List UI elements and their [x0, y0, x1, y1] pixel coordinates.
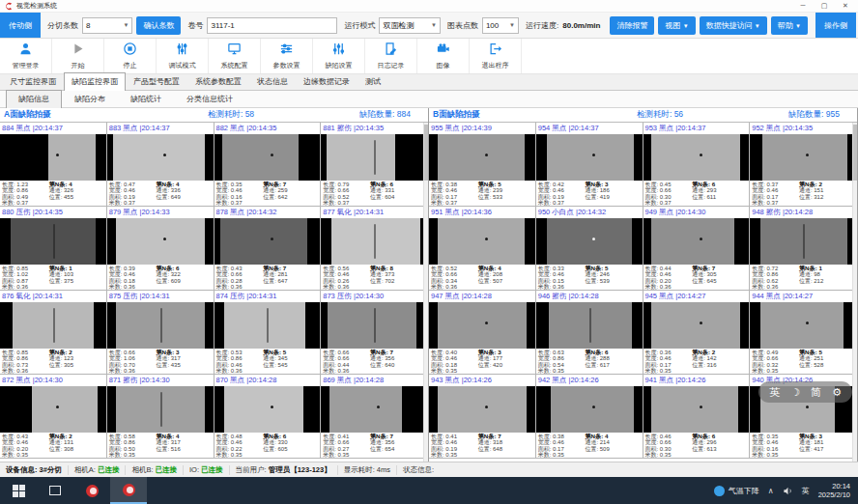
roll-number-input[interactable] — [207, 17, 337, 34]
toolbar-user-button[interactable]: 管理登录 — [0, 39, 52, 73]
defect-cell[interactable]: 949 黑点 |20:14:30长度: 0.44宽度: 0.46面积: 0.20… — [644, 207, 751, 291]
defect-cell[interactable]: 875 压伤 |20:14:31长度: 0.66宽度: 1.06面积: 0.70… — [107, 291, 214, 375]
defect-image[interactable] — [214, 218, 321, 265]
toolbar-exit-button[interactable]: 退出程序 — [470, 39, 522, 73]
tray-chevron-icon[interactable]: ∧ — [768, 487, 774, 495]
taskbar-clock[interactable]: 20:142025/2/10 — [818, 482, 850, 499]
defect-image[interactable] — [644, 218, 750, 265]
sub-tab-0[interactable]: 缺陷信息 — [6, 90, 62, 108]
defect-cell[interactable]: 953 黑点 |20:14:37长度: 0.45宽度: 0.66面积: 0.30… — [644, 123, 751, 207]
defect-cell[interactable]: 942 黑点 |20:14:26长度: 0.38宽度: 0.46面积: 0.17… — [536, 375, 644, 459]
defect-image[interactable] — [750, 302, 856, 349]
main-tab-6[interactable]: 测试 — [358, 72, 388, 90]
toolbar-camera-button[interactable]: 图像 — [417, 39, 470, 73]
sub-tab-3[interactable]: 分类信息统计 — [174, 90, 245, 107]
defect-image[interactable] — [429, 386, 535, 433]
defect-image[interactable] — [536, 134, 643, 181]
task-view-button[interactable] — [37, 477, 73, 504]
defect-image[interactable] — [0, 302, 106, 349]
language-indicator[interactable]: 英 — [802, 486, 810, 496]
toolbar-defect-button[interactable]: 缺陷设置 — [313, 39, 365, 73]
run-mode-select[interactable]: 双面检测▼ — [379, 17, 441, 34]
active-app-button[interactable] — [110, 477, 147, 504]
slit-count-select[interactable]: 8▼ — [82, 17, 132, 34]
defect-image[interactable] — [536, 218, 643, 265]
defect-cell[interactable]: 881 擦伤 |20:14:35长度: 0.79宽度: 0.66面积: 0.52… — [321, 123, 428, 207]
defect-image[interactable] — [321, 134, 427, 181]
defect-image[interactable] — [0, 134, 106, 181]
defect-cell[interactable]: 945 黑点 |20:14:27长度: 0.36宽度: 0.46面积: 0.17… — [644, 291, 751, 375]
main-tab-4[interactable]: 状态信息 — [249, 72, 296, 90]
defect-image[interactable] — [321, 218, 427, 265]
defect-image[interactable] — [429, 134, 535, 181]
defect-cell[interactable]: 954 黑点 |20:14:37长度: 0.42宽度: 0.46面积: 0.19… — [536, 123, 644, 207]
defect-image[interactable] — [321, 302, 427, 349]
defect-cell[interactable]: 874 压伤 |20:14:31长度: 0.53宽度: 0.86面积: 0.46… — [214, 291, 322, 375]
main-tab-2[interactable]: 产品型号配置 — [126, 72, 187, 90]
defect-image[interactable] — [644, 386, 750, 433]
confirm-count-button[interactable]: 确认条数 — [136, 16, 181, 35]
defect-image[interactable] — [0, 386, 106, 433]
scrollbar-thumb[interactable] — [853, 125, 857, 181]
defect-cell[interactable]: 955 黑点 |20:14:39长度: 0.38宽度: 0.46面积: 0.17… — [429, 123, 536, 207]
defect-image[interactable] — [644, 134, 750, 181]
defect-cell[interactable]: 948 擦伤 |20:14:28长度: 0.72宽度: 0.86面积: 0.62… — [750, 207, 857, 291]
defect-image[interactable] — [536, 302, 643, 349]
defect-cell[interactable]: 944 黑点 |20:14:27长度: 0.49宽度: 0.66面积: 0.32… — [750, 291, 857, 375]
panel-a-scrollbar[interactable] — [423, 123, 428, 462]
sub-tab-1[interactable]: 缺陷分布 — [62, 90, 118, 107]
defect-cell[interactable]: 943 黑点 |20:14:26长度: 0.41宽度: 0.46面积: 0.19… — [429, 375, 536, 459]
toolbar-debug-button[interactable]: 调试模式 — [157, 39, 209, 73]
clear-alarm-button[interactable]: 清除报警 — [610, 16, 654, 35]
defect-cell[interactable]: 951 黑点 |20:14:36长度: 0.52宽度: 0.66面积: 0.34… — [429, 207, 536, 291]
main-tab-3[interactable]: 系统参数配置 — [187, 72, 249, 90]
defect-cell[interactable]: 878 黑点 |20:14:32长度: 0.43宽度: 0.66面积: 0.28… — [214, 207, 322, 291]
toolbar-log-button[interactable]: 日志记录 — [365, 39, 417, 73]
defect-cell[interactable]: 880 压伤 |20:14:35长度: 0.85宽度: 1.02面积: 0.87… — [0, 207, 107, 291]
defect-image[interactable] — [214, 386, 321, 433]
defect-cell[interactable]: 873 压伤 |20:14:30长度: 0.66宽度: 0.66面积: 0.44… — [321, 291, 428, 375]
defect-cell[interactable]: 946 擦伤 |20:14:28长度: 0.63宽度: 0.86面积: 0.54… — [536, 291, 644, 375]
scrollbar-thumb[interactable] — [424, 125, 428, 181]
defect-cell[interactable]: 870 黑点 |20:14:28长度: 0.48宽度: 0.46面积: 0.22… — [214, 375, 322, 459]
data-quick-access-button[interactable]: 数据快捷访问 ▼ — [700, 16, 767, 35]
toolbar-play-button[interactable]: 开始 — [52, 39, 104, 73]
help-menu-button[interactable]: 帮助 ▼ — [771, 16, 808, 35]
defect-cell[interactable]: 947 黑点 |20:14:28长度: 0.40宽度: 0.46面积: 0.18… — [429, 291, 536, 375]
main-tab-0[interactable]: 尺寸监控界面 — [2, 72, 64, 90]
defect-image[interactable] — [214, 134, 321, 181]
defect-image[interactable] — [107, 218, 214, 265]
defect-cell[interactable]: 877 氧化 |20:14:31长度: 0.56宽度: 0.46面积: 0.26… — [321, 207, 428, 291]
defect-image[interactable] — [536, 386, 643, 433]
defect-cell[interactable]: 884 黑点 |20:14:37长度: 1.23宽度: 0.86面积: 0.49… — [0, 123, 107, 207]
close-button[interactable]: ✕ — [835, 0, 856, 12]
defect-image[interactable] — [107, 302, 214, 349]
defect-image[interactable] — [429, 302, 535, 349]
defect-cell[interactable]: 950 小白点 |20:14:32长度: 0.33宽度: 0.46面积: 0.1… — [536, 207, 644, 291]
defect-image[interactable] — [107, 134, 214, 181]
defect-cell[interactable]: 952 黑点 |20:14:35长度: 0.37宽度: 0.46面积: 0.17… — [750, 123, 857, 207]
drive-side-button[interactable]: 传动侧 — [0, 13, 41, 38]
defect-image[interactable] — [214, 302, 321, 349]
defect-image[interactable] — [750, 218, 856, 265]
view-menu-button[interactable]: 视图 ▼ — [658, 16, 695, 35]
defect-image[interactable] — [107, 386, 214, 433]
volume-icon[interactable] — [783, 486, 793, 496]
toolbar-stop-button[interactable]: 停止 — [104, 39, 157, 73]
main-tab-1[interactable]: 缺陷监控界面 — [64, 72, 126, 91]
minimize-button[interactable]: ─ — [792, 0, 814, 12]
gear-icon[interactable]: ⚙ — [832, 381, 842, 403]
toolbar-system-button[interactable]: 系统配置 — [209, 39, 261, 73]
chart-points-select[interactable]: 100▼ — [482, 17, 519, 34]
defect-cell[interactable]: 871 擦伤 |20:14:30长度: 0.58宽度: 0.86面积: 0.50… — [107, 375, 214, 459]
defect-cell[interactable]: 869 黑点 |20:14:28长度: 0.41宽度: 0.66面积: 0.27… — [321, 375, 428, 459]
defect-cell[interactable]: 882 黑点 |20:14:35长度: 0.35宽度: 0.46面积: 0.16… — [214, 123, 322, 207]
maximize-button[interactable]: ▢ — [814, 0, 835, 12]
panel-b-scrollbar[interactable] — [852, 123, 857, 462]
windows-start-button[interactable] — [0, 477, 37, 504]
operator-side-button[interactable]: 操作侧 — [815, 13, 856, 38]
defect-image[interactable] — [429, 218, 535, 265]
toolbar-params-button[interactable]: 参数设置 — [261, 39, 313, 73]
defect-image[interactable] — [750, 134, 856, 181]
defect-image[interactable] — [0, 218, 106, 265]
